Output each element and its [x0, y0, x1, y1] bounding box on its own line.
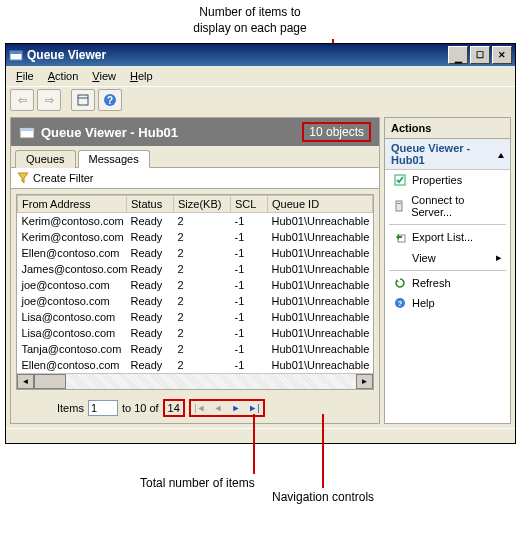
cell-scl: -1	[231, 309, 268, 325]
table-row[interactable]: Tanja@contoso.comReady2-1Hub01\Unreachab…	[18, 341, 373, 357]
page-input[interactable]	[88, 400, 118, 416]
table-row[interactable]: Ellen@contoso.comReady2-1Hub01\Unreachab…	[18, 245, 373, 261]
help-icon: ?	[393, 297, 406, 309]
cell-size: 2	[174, 309, 231, 325]
svg-text:?: ?	[397, 299, 402, 308]
action-view[interactable]: View ▸	[385, 247, 510, 268]
svg-rect-1	[10, 51, 22, 54]
filter-bar[interactable]: Create Filter	[11, 168, 379, 189]
last-page-button[interactable]: ►|	[247, 401, 261, 415]
action-export[interactable]: Export List...	[385, 227, 510, 247]
cell-qid: Hub01\Unreachable	[268, 325, 373, 341]
horizontal-scrollbar[interactable]: ◄ ►	[17, 373, 373, 389]
actions-title: Actions	[385, 118, 510, 139]
back-button[interactable]: ⇦	[10, 89, 34, 111]
col-scl[interactable]: SCL	[231, 196, 268, 213]
table-row[interactable]: James@contoso.comReady2-1Hub01\Unreachab…	[18, 261, 373, 277]
tabs: Queues Messages	[11, 146, 379, 168]
cell-size: 2	[174, 261, 231, 277]
table-row[interactable]: Lisa@contoso.comReady2-1Hub01\Unreachabl…	[18, 325, 373, 341]
table-row[interactable]: joe@contoso.comReady2-1Hub01\Unreachable	[18, 293, 373, 309]
close-button[interactable]: ✕	[492, 46, 512, 64]
collapse-icon	[498, 148, 504, 160]
first-page-button[interactable]: |◄	[193, 401, 207, 415]
to-of-label: to 10 of	[122, 402, 159, 414]
server-icon	[393, 200, 405, 212]
next-page-button[interactable]: ►	[229, 401, 243, 415]
svg-text:?: ?	[107, 95, 113, 106]
cell-qid: Hub01\Unreachable	[268, 357, 373, 373]
action-connect[interactable]: Connect to Server...	[385, 190, 510, 222]
cell-qid: Hub01\Unreachable	[268, 293, 373, 309]
table-row[interactable]: joe@contoso.comReady2-1Hub01\Unreachable	[18, 277, 373, 293]
header-title: Queue Viewer - Hub01	[41, 125, 302, 140]
tab-messages[interactable]: Messages	[78, 150, 150, 168]
cell-from: Lisa@contoso.com	[18, 325, 127, 341]
table-row[interactable]: Ellen@contoso.comReady2-1Hub01\Unreachab…	[18, 357, 373, 373]
cell-from: Lisa@contoso.com	[18, 309, 127, 325]
action-properties[interactable]: Properties	[385, 170, 510, 190]
action-refresh[interactable]: Refresh	[385, 273, 510, 293]
actions-pane: Actions Queue Viewer - Hub01 Properties …	[384, 117, 511, 424]
menu-help[interactable]: Help	[124, 68, 159, 84]
cell-qid: Hub01\Unreachable	[268, 229, 373, 245]
cell-size: 2	[174, 357, 231, 373]
table-row[interactable]: Kerim@contoso.comReady2-1Hub01\Unreachab…	[18, 213, 373, 230]
cell-size: 2	[174, 341, 231, 357]
cell-from: James@contoso.com	[18, 261, 127, 277]
filter-label: Create Filter	[33, 172, 94, 184]
prev-page-button[interactable]: ◄	[211, 401, 225, 415]
minimize-button[interactable]: ▁	[448, 46, 468, 64]
svg-marker-8	[18, 173, 28, 183]
annotation-total: Total number of items	[140, 476, 255, 490]
cell-qid: Hub01\Unreachable	[268, 213, 373, 230]
cell-scl: -1	[231, 261, 268, 277]
cell-scl: -1	[231, 213, 268, 230]
cell-size: 2	[174, 229, 231, 245]
queue-icon	[19, 124, 35, 140]
menubar: File Action View Help	[6, 66, 515, 86]
actions-subtitle[interactable]: Queue Viewer - Hub01	[385, 139, 510, 170]
help-button[interactable]: ?	[98, 89, 122, 111]
svg-rect-2	[78, 95, 88, 105]
forward-button[interactable]: ⇨	[37, 89, 61, 111]
scroll-thumb[interactable]	[34, 374, 66, 389]
cell-status: Ready	[127, 325, 174, 341]
annotation-top: Number of items to display on each page	[150, 0, 350, 39]
options-button[interactable]	[71, 89, 95, 111]
maximize-button[interactable]: ☐	[470, 46, 490, 64]
refresh-icon	[393, 277, 406, 289]
header-bar: Queue Viewer - Hub01 10 objects	[11, 118, 379, 146]
app-window: Queue Viewer ▁ ☐ ✕ File Action View Help…	[5, 43, 516, 444]
table-row[interactable]: Lisa@contoso.comReady2-1Hub01\Unreachabl…	[18, 309, 373, 325]
submenu-arrow-icon: ▸	[496, 251, 502, 264]
tab-queues[interactable]: Queues	[15, 150, 76, 168]
cell-status: Ready	[127, 245, 174, 261]
scroll-left-button[interactable]: ◄	[17, 374, 34, 389]
cell-size: 2	[174, 213, 231, 230]
toolbar: ⇦ ⇨ ?	[6, 86, 515, 113]
col-size[interactable]: Size(KB)	[174, 196, 231, 213]
action-help[interactable]: ? Help	[385, 293, 510, 313]
cell-qid: Hub01\Unreachable	[268, 261, 373, 277]
cell-status: Ready	[127, 293, 174, 309]
cell-from: joe@contoso.com	[18, 293, 127, 309]
cell-qid: Hub01\Unreachable	[268, 245, 373, 261]
table-row[interactable]: Kerim@contoso.comReady2-1Hub01\Unreachab…	[18, 229, 373, 245]
properties-icon	[393, 174, 406, 186]
scroll-right-button[interactable]: ►	[356, 374, 373, 389]
window-title: Queue Viewer	[27, 48, 446, 62]
menu-view[interactable]: View	[86, 68, 122, 84]
menu-file[interactable]: File	[10, 68, 40, 84]
col-qid[interactable]: Queue ID	[268, 196, 373, 213]
col-from[interactable]: From Address	[18, 196, 127, 213]
cell-from: Ellen@contoso.com	[18, 245, 127, 261]
menu-action[interactable]: Action	[42, 68, 85, 84]
titlebar[interactable]: Queue Viewer ▁ ☐ ✕	[6, 44, 515, 66]
cell-scl: -1	[231, 229, 268, 245]
cell-scl: -1	[231, 277, 268, 293]
col-status[interactable]: Status	[127, 196, 174, 213]
cell-from: Tanja@contoso.com	[18, 341, 127, 357]
export-icon	[393, 231, 406, 243]
cell-qid: Hub01\Unreachable	[268, 309, 373, 325]
